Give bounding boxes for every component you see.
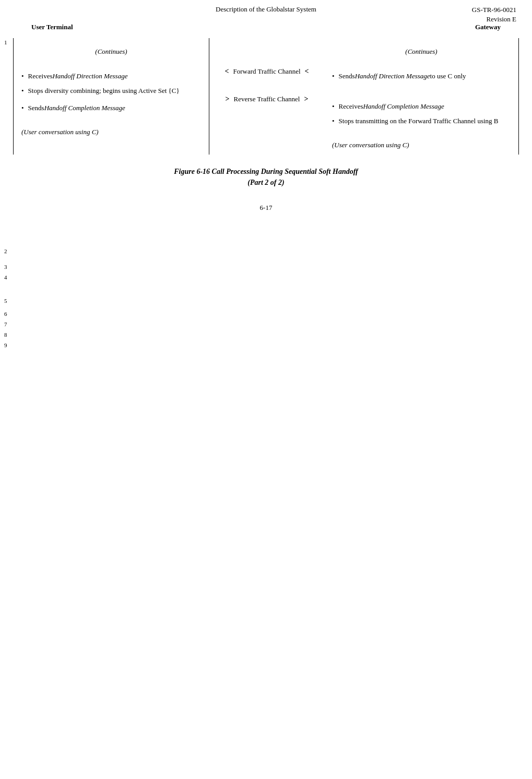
left-bullet-3: Sends Handoff Completion Message: [21, 103, 201, 113]
line-number-9: 9: [4, 342, 7, 348]
diagram-container: (Continues) Receives Handoff Direction M…: [13, 38, 519, 155]
left-bullets-section-2: Sends Handoff Completion Message: [21, 103, 201, 113]
line-number-3: 3: [4, 264, 7, 270]
line-number-5: 5: [4, 298, 7, 304]
left-bullet-1-italic: Handoff Direction Message: [52, 72, 127, 81]
right-bullet-list-1: Sends Handoff Direction Message to use C…: [332, 72, 511, 81]
rev-arrow-right: >: [304, 95, 308, 103]
left-bullet-list-1: Receives Handoff Direction Message Stops…: [21, 72, 201, 96]
line-number-8: 8: [4, 332, 7, 338]
line-number-4: 4: [4, 274, 7, 280]
middle-column: < Forward Traffic Channel < > Reverse Tr…: [209, 38, 324, 155]
page-header: Description of the Globalstar System: [0, 0, 532, 14]
right-column: (Continues) Sends Handoff Direction Mess…: [324, 38, 518, 155]
right-bullet-3: Stops transmitting on the Forward Traffi…: [332, 116, 511, 126]
left-user-conv: (User conversation using C): [21, 124, 201, 136]
right-continues: (Continues): [332, 43, 511, 56]
column-headers: User Terminal Gateway: [0, 19, 532, 36]
rev-arrow-left: >: [226, 95, 230, 103]
rev-channel-label: Reverse Traffic Channel: [234, 95, 300, 104]
document-title: Description of the Globalstar System: [216, 5, 316, 13]
left-col-header: User Terminal: [31, 23, 73, 31]
left-bullet-2: Stops diversity combining; begins using …: [21, 86, 201, 96]
doc-info: GS-TR-96-0021 Revision E: [472, 5, 516, 24]
right-bullet-2-italic: Handoff Completion Message: [363, 102, 444, 111]
page-number: 6-17: [0, 204, 532, 217]
fwd-arrow-left: <: [225, 67, 229, 76]
left-column: (Continues) Receives Handoff Direction M…: [14, 38, 209, 155]
left-bullet-3-italic: Handoff Completion Message: [44, 103, 125, 113]
fwd-arrow-right: <: [305, 67, 309, 76]
right-bullet-1: Sends Handoff Direction Message to use C…: [332, 72, 511, 81]
left-bullet-1: Receives Handoff Direction Message: [21, 72, 201, 81]
left-continues: (Continues): [21, 43, 201, 56]
diagram-table: (Continues) Receives Handoff Direction M…: [14, 38, 518, 155]
line-number-1: 1: [4, 39, 7, 45]
doc-number: GS-TR-96-0021: [472, 5, 516, 15]
right-bullets-section-2: Receives Handoff Completion Message Stop…: [332, 102, 511, 126]
right-bullets-section-1: Sends Handoff Direction Message to use C…: [332, 72, 511, 81]
figure-caption: Figure 6-16 Call Processing During Seque…: [0, 166, 532, 188]
figure-caption-line2: (Part 2 of 2): [0, 177, 532, 188]
right-bullet-list-2: Receives Handoff Completion Message Stop…: [332, 102, 511, 126]
page: Description of the Globalstar System GS-…: [0, 0, 532, 779]
line-number-6: 6: [4, 311, 7, 317]
left-bullet-list-2: Sends Handoff Completion Message: [21, 103, 201, 113]
right-col-header: Gateway: [475, 23, 501, 31]
revision: Revision E: [472, 15, 516, 24]
right-bullet-2: Receives Handoff Completion Message: [332, 102, 511, 111]
figure-caption-line1: Figure 6-16 Call Processing During Seque…: [0, 166, 532, 177]
right-user-conv: (User conversation using C): [332, 137, 511, 149]
fwd-channel-row: < Forward Traffic Channel <: [209, 38, 324, 84]
right-bullet-1-italic: Handoff Direction Message: [355, 72, 430, 81]
fwd-channel-label: Forward Traffic Channel: [233, 67, 300, 76]
rev-channel-row: > Reverse Traffic Channel >: [209, 84, 324, 114]
left-bullets-section-1: Receives Handoff Direction Message Stops…: [21, 72, 201, 96]
line-number-2: 2: [4, 248, 7, 254]
line-number-7: 7: [4, 321, 7, 327]
